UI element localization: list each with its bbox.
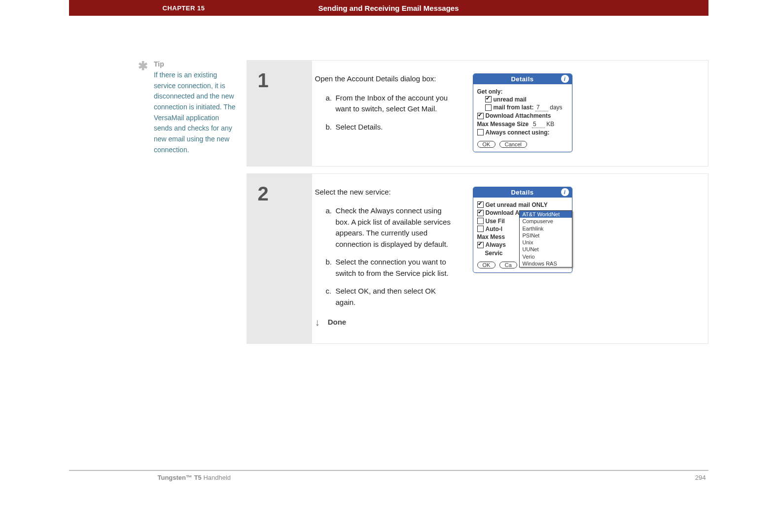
always-connect-checkbox[interactable] bbox=[477, 129, 484, 135]
sub-label: c. bbox=[326, 286, 336, 297]
info-icon[interactable]: i bbox=[561, 75, 569, 83]
use-filters-label: Use Fil bbox=[486, 218, 505, 225]
max-mess-label: Max Mess bbox=[477, 233, 505, 240]
details-dialog-1: Detailsi Get only: unread mail mail from… bbox=[473, 73, 572, 152]
picklist-item[interactable]: Unix bbox=[520, 239, 572, 246]
max-message-size-unit: KB bbox=[546, 121, 554, 128]
sub-text: Select the connection you want to switch… bbox=[336, 257, 454, 279]
picklist-item[interactable]: Compuserve bbox=[520, 218, 572, 225]
step-2-lead: Select the new service: bbox=[315, 187, 468, 198]
dialog-title: Details bbox=[511, 75, 533, 83]
tip-label: Tip bbox=[154, 60, 238, 68]
always-label: Always bbox=[486, 241, 506, 248]
service-picklist[interactable]: AT&T WorldNet Compuserve Earthlink PSINe… bbox=[519, 210, 572, 267]
cancel-button[interactable]: Cancel bbox=[499, 141, 527, 148]
dialog-title: Details bbox=[511, 189, 533, 196]
sub-label: a. bbox=[326, 93, 336, 104]
mail-from-last-value[interactable]: 7 bbox=[535, 104, 548, 111]
cancel-button-partial[interactable]: Ca bbox=[499, 262, 517, 268]
step-number: 1 bbox=[247, 61, 312, 166]
auto-label: Auto-l bbox=[486, 226, 503, 233]
sub-text: Select Details. bbox=[336, 122, 454, 133]
download-attachments-checkbox[interactable] bbox=[477, 113, 484, 119]
always-checkbox[interactable] bbox=[477, 242, 484, 248]
asterisk-icon: ✱ bbox=[138, 60, 152, 72]
auto-checkbox[interactable] bbox=[477, 226, 484, 232]
step-number: 2 bbox=[247, 174, 312, 344]
picklist-item[interactable]: Verio bbox=[520, 253, 572, 260]
step-1-lead: Open the Account Details dialog box: bbox=[315, 73, 468, 85]
download-attachments-label: Download Attachments bbox=[486, 112, 551, 119]
max-message-size-value[interactable]: 5 bbox=[532, 121, 545, 128]
sub-label: b. bbox=[326, 257, 336, 268]
footer: Tungsten™ T5 Handheld 294 bbox=[69, 470, 708, 474]
header-bar: CHAPTER 15 Sending and Receiving Email M… bbox=[69, 0, 708, 16]
down-arrow-icon: ↓ bbox=[315, 315, 326, 330]
ok-button[interactable]: OK bbox=[477, 262, 496, 268]
picklist-item[interactable]: UUNet bbox=[520, 246, 572, 253]
page-number: 294 bbox=[695, 474, 706, 481]
ok-button[interactable]: OK bbox=[477, 141, 496, 148]
chapter-label: CHAPTER 15 bbox=[163, 4, 205, 12]
step-2: 2 Select the new service: a.Check the Al… bbox=[247, 173, 708, 344]
sub-text: From the Inbox of the account you want t… bbox=[336, 93, 454, 115]
page-title: Sending and Receiving Email Messages bbox=[318, 4, 459, 12]
picklist-item[interactable]: Earthlink bbox=[520, 225, 572, 232]
sub-text: Check the Always connect using box. A pi… bbox=[336, 205, 454, 250]
always-connect-label: Always connect using: bbox=[486, 129, 550, 136]
unread-mail-label: unread mail bbox=[494, 96, 527, 103]
sub-label: b. bbox=[326, 122, 336, 133]
picklist-item[interactable]: AT&T WorldNet bbox=[520, 211, 572, 218]
mail-from-last-checkbox[interactable] bbox=[485, 104, 492, 111]
get-unread-only-label: Get unread mail ONLY bbox=[486, 201, 548, 208]
download-attachments-checkbox[interactable] bbox=[477, 210, 484, 216]
get-unread-only-checkbox[interactable] bbox=[477, 201, 484, 208]
get-only-label: Get only: bbox=[477, 88, 568, 95]
mail-from-last-label: mail from last: bbox=[494, 104, 534, 111]
picklist-item[interactable]: PSINet bbox=[520, 232, 572, 239]
max-message-size-label: Max Message Size bbox=[477, 121, 529, 128]
sidebar-tip: ✱ Tip If there is an existing service co… bbox=[69, 60, 242, 351]
sub-text: Select OK, and then select OK again. bbox=[336, 286, 454, 308]
info-icon[interactable]: i bbox=[561, 188, 569, 196]
step-1: 1 Open the Account Details dialog box: a… bbox=[247, 60, 708, 166]
unread-mail-checkbox[interactable] bbox=[485, 96, 492, 102]
use-filters-checkbox[interactable] bbox=[477, 218, 484, 224]
picklist-item[interactable]: Windows RAS bbox=[520, 260, 572, 267]
tip-text: If there is an existing service connecti… bbox=[154, 70, 238, 156]
done-label: Done bbox=[328, 317, 347, 328]
sub-label: a. bbox=[326, 205, 336, 217]
product-name: Tungsten™ T5 Handheld bbox=[158, 474, 231, 481]
mail-from-last-unit: days bbox=[550, 104, 562, 111]
service-label: Servic bbox=[485, 250, 503, 257]
main-content: 1 Open the Account Details dialog box: a… bbox=[242, 60, 708, 351]
